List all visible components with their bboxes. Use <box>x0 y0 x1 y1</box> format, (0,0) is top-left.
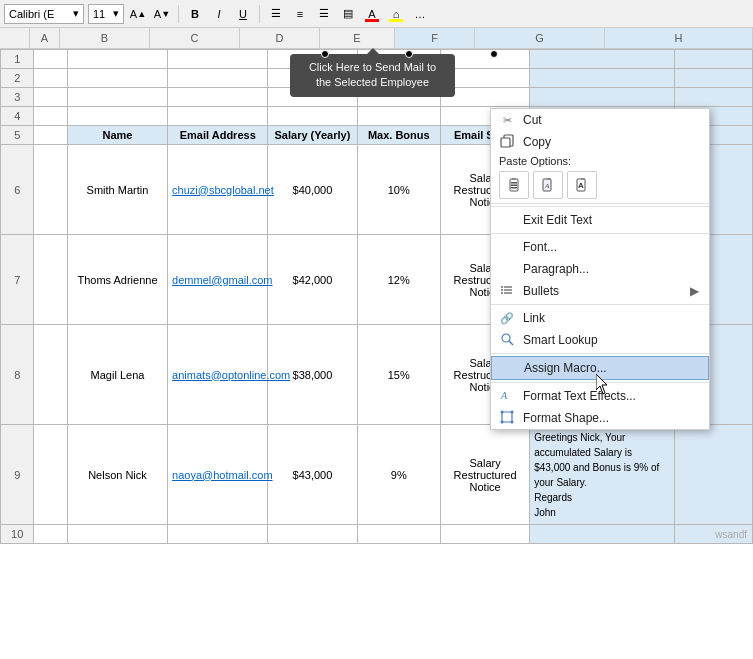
link-icon: 🔗 <box>497 312 517 325</box>
ribbon-bar: Calibri (E ▾ 11 ▾ A▲ A▼ B I U ☰ ≡ ☰ ▤ A … <box>0 0 753 28</box>
header-salary: Salary (Yearly) <box>268 126 357 145</box>
col-header-d: D <box>240 28 320 48</box>
cell-salary-4: $43,000 <box>268 425 357 525</box>
format-text-icon: A <box>497 388 517 404</box>
header-bonus: Max. Bonus <box>357 126 441 145</box>
column-headers: A B C D E F G H <box>0 28 753 49</box>
align-right-button[interactable]: ☰ <box>314 4 334 24</box>
email-link-1[interactable]: chuzi@sbcglobal.net <box>172 184 274 196</box>
menu-item-smart-lookup[interactable]: Smart Lookup <box>491 329 709 351</box>
copy-icon <box>497 134 517 150</box>
menu-separator-4 <box>491 353 709 354</box>
email-link-2[interactable]: demmel@gmail.com <box>172 274 272 286</box>
selection-handle-tm[interactable] <box>405 50 413 58</box>
menu-separator-3 <box>491 304 709 305</box>
svg-rect-6 <box>512 178 516 180</box>
svg-point-16 <box>501 286 503 288</box>
cell-bonus-3: 15% <box>357 325 441 425</box>
bold-button[interactable]: B <box>185 4 205 24</box>
highlight-button[interactable]: ⌂ <box>386 4 406 24</box>
menu-separator-1 <box>491 206 709 207</box>
menu-item-bullets[interactable]: Bullets ▶ <box>491 280 709 302</box>
header-email: Email Address <box>168 126 268 145</box>
header-name: Name <box>67 126 167 145</box>
align-center-button[interactable]: ≡ <box>290 4 310 24</box>
corner-cell <box>0 28 30 48</box>
col-header-c: C <box>150 28 240 48</box>
email-link-3[interactable]: animats@optonline.com <box>172 369 290 381</box>
bullets-icon <box>497 284 517 298</box>
menu-separator-2 <box>491 233 709 234</box>
menu-item-paragraph[interactable]: Paragraph... <box>491 258 709 280</box>
cell-email-3: animats@optonline.com <box>168 325 268 425</box>
grow-font-button[interactable]: A▲ <box>128 4 148 24</box>
menu-item-font[interactable]: Font... <box>491 236 709 258</box>
cut-icon: ✂ <box>497 114 517 127</box>
justify-button[interactable]: ▤ <box>338 4 358 24</box>
watermark: wsandf <box>715 529 747 540</box>
context-menu: ✂ Cut Copy Paste Options: <box>490 108 710 430</box>
menu-item-assign-macro[interactable]: Assign Macro... <box>491 356 709 380</box>
menu-item-link[interactable]: 🔗 Link <box>491 307 709 329</box>
cell-name-2: Thoms Adrienne <box>67 235 167 325</box>
shrink-font-button[interactable]: A▼ <box>152 4 172 24</box>
svg-text:A: A <box>544 182 550 190</box>
menu-item-copy[interactable]: Copy <box>491 131 709 153</box>
svg-point-25 <box>501 421 504 424</box>
svg-point-26 <box>511 421 514 424</box>
col-header-e: E <box>320 28 395 48</box>
svg-rect-12 <box>581 178 585 180</box>
cell-col-h-4 <box>675 425 753 525</box>
svg-rect-5 <box>511 187 517 189</box>
cell-subject-4: Salary Restructured Notice <box>441 425 530 525</box>
paste-btn-3[interactable]: A <box>567 171 597 199</box>
menu-item-format-text[interactable]: A Format Text Effects... <box>491 385 709 407</box>
svg-text:A: A <box>500 390 508 401</box>
menu-item-format-shape[interactable]: Format Shape... <box>491 407 709 429</box>
col-header-g: G <box>475 28 605 48</box>
cell-bonus-4: 9% <box>357 425 441 525</box>
format-shape-icon <box>497 410 517 426</box>
svg-rect-8 <box>547 178 551 180</box>
col-header-h: H <box>605 28 753 48</box>
cell-email-4: naoya@hotmail.com <box>168 425 268 525</box>
svg-text:A: A <box>578 181 584 190</box>
cell-name-4: Nelson Nick <box>67 425 167 525</box>
italic-button[interactable]: I <box>209 4 229 24</box>
svg-point-17 <box>501 289 503 291</box>
svg-rect-22 <box>502 412 512 422</box>
cell-name-1: Smith Martin <box>67 145 167 235</box>
font-color-button[interactable]: A <box>362 4 382 24</box>
bullets-arrow: ▶ <box>690 284 699 298</box>
spreadsheet-container: A B C D E F G H 1 <box>0 28 753 544</box>
svg-line-20 <box>509 341 513 345</box>
email-link-4[interactable]: naoya@hotmail.com <box>172 469 272 481</box>
selection-handle-tr[interactable] <box>490 50 498 58</box>
align-left-button[interactable]: ☰ <box>266 4 286 24</box>
svg-point-24 <box>511 411 514 414</box>
svg-point-18 <box>501 292 503 294</box>
underline-button[interactable]: U <box>233 4 253 24</box>
cell-email-2: demmel@gmail.com <box>168 235 268 325</box>
cell-bonus-1: 10% <box>357 145 441 235</box>
svg-rect-4 <box>511 185 517 187</box>
svg-point-19 <box>502 334 510 342</box>
paste-btn-1[interactable] <box>499 171 529 199</box>
col-header-a: A <box>30 28 60 48</box>
ribbon-separator-2 <box>259 5 260 23</box>
paste-btn-2[interactable]: A <box>533 171 563 199</box>
font-size-selector[interactable]: 11 ▾ <box>88 4 124 24</box>
table-row-9: 9 Nelson Nick naoya@hotmail.com $43,000 … <box>1 425 753 525</box>
selection-handle-tl[interactable] <box>321 50 329 58</box>
menu-item-cut[interactable]: ✂ Cut <box>491 109 709 131</box>
menu-separator-5 <box>491 382 709 383</box>
cell-bonus-2: 12% <box>357 235 441 325</box>
table-row-10: 10 <box>1 525 753 544</box>
font-name-selector[interactable]: Calibri (E ▾ <box>4 4 84 24</box>
more-options-button[interactable]: … <box>410 4 430 24</box>
menu-item-exit-edit[interactable]: Exit Edit Text <box>491 209 709 231</box>
cell-salary-1: $40,000 <box>268 145 357 235</box>
paste-options-row: A A <box>491 167 709 204</box>
svg-rect-3 <box>511 182 517 184</box>
cell-body-4: Greetings Nick, Your accumulated Salary … <box>530 425 675 525</box>
